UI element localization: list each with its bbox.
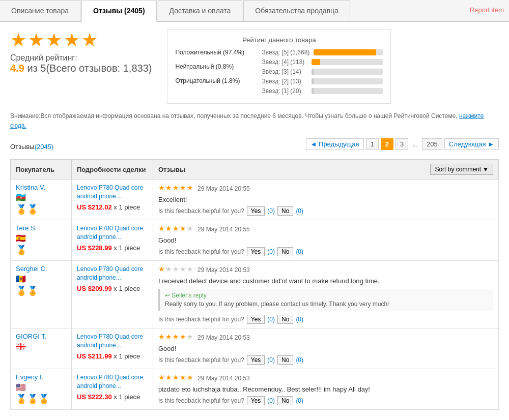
star-5: ★ xyxy=(187,373,193,381)
review-cell: ★★★★★ 29 May 2014 20:53 I received defec… xyxy=(153,261,499,328)
no-count: (0) xyxy=(296,356,303,364)
buyer-flag: 🇲🇩 xyxy=(16,274,66,284)
star-2: ★ xyxy=(165,224,172,232)
product-link[interactable]: Lenovo P780 Quad core android phone... xyxy=(77,225,143,241)
star-1: ★ xyxy=(10,29,26,51)
star-3: ★ xyxy=(46,29,62,51)
yes-count: (0) xyxy=(267,356,275,364)
no-btn[interactable]: No xyxy=(277,355,293,365)
star-4-bar xyxy=(312,59,383,65)
tab-reviews[interactable]: Отзывы (2405) xyxy=(81,0,157,22)
buyer-name[interactable]: Evgeny I. xyxy=(16,373,43,381)
page-dots: ... xyxy=(410,139,420,149)
star-2: ★ xyxy=(165,373,172,381)
review-text: Good! xyxy=(158,236,493,244)
seller-reply-text: Really sorry to you. If any problem, ple… xyxy=(165,301,488,308)
buyer-cell: GIORGI T. 🇬🇪 xyxy=(11,328,72,369)
sort-btn-label: Sort by comment xyxy=(435,166,481,173)
page-last-btn[interactable]: 205 xyxy=(422,138,442,150)
buyer-name[interactable]: GIORGI T. xyxy=(16,333,46,340)
neutral-label: Нейтральный (0.8%) xyxy=(175,63,234,70)
yes-btn[interactable]: Yes xyxy=(247,355,265,365)
no-btn[interactable]: No xyxy=(277,315,293,324)
buyer-name[interactable]: Tere S. xyxy=(16,224,37,232)
main-content: ★ ★ ★ ★ ★ Средний рейтинг: 4.9 из 5(Всег… xyxy=(0,22,509,417)
review-stars-date: ★★★★★ 29 May 2014 20:53 xyxy=(158,265,493,275)
report-item-link[interactable]: Report item xyxy=(470,6,504,14)
table-row: Evgeny I. 🇺🇸 🏅🏅🏅 Lenovo P780 Quad core a… xyxy=(11,369,499,410)
yes-btn[interactable]: Yes xyxy=(247,247,265,256)
avg-value-text: 4.9 из 5(Всего отзывов: 1,833) xyxy=(10,63,152,74)
product-link[interactable]: Lenovo P780 Quad core android phone... xyxy=(77,184,143,200)
star-3: ★ xyxy=(173,224,179,232)
star-1: ★ xyxy=(158,224,165,232)
seller-reply-label: ↩ Seller's reply xyxy=(165,292,488,299)
feedback-line: Is this feedback helpful for you? Yes (0… xyxy=(158,206,493,216)
next-page-btn[interactable]: Следующая ► xyxy=(444,138,499,150)
review-date: 29 May 2014 20:53 xyxy=(197,266,250,274)
col-buyer: Покупатель xyxy=(11,160,72,179)
tab-description[interactable]: Описание товара xyxy=(0,0,80,21)
star-row-1: Звёзд: [1] (20) xyxy=(262,87,383,95)
tab-delivery[interactable]: Доставка и оплата xyxy=(158,0,243,21)
sort-by-comment-btn[interactable]: Sort by comment ▼ xyxy=(430,164,493,175)
no-btn[interactable]: No xyxy=(277,206,293,216)
pagination: ◄ Предыдущая 1 2 3 ... 205 Следующая ► xyxy=(306,138,499,150)
product-price: US $222.30 x 1 piece xyxy=(77,393,148,401)
buyer-name[interactable]: Serghei C. xyxy=(16,265,47,273)
star-1: ★ xyxy=(158,333,165,341)
no-btn[interactable]: No xyxy=(277,396,293,405)
yes-btn[interactable]: Yes xyxy=(247,315,265,324)
negative-label: Отрицательный (1.8%) xyxy=(175,77,240,84)
feedback-line: Is this feedback helpful for you? Yes (0… xyxy=(158,355,493,365)
yes-btn[interactable]: Yes xyxy=(247,206,265,216)
star-3: ★ xyxy=(173,184,179,192)
star-5-label: Звёзд: [5] (1,668) xyxy=(262,49,309,56)
star-1-bar xyxy=(312,88,383,94)
col-reviews: Отзывы Sort by comment ▼ xyxy=(153,160,499,179)
tab-obligations[interactable]: Обязательства продавца xyxy=(243,0,350,21)
review-stars: ★★★★★ xyxy=(158,373,193,381)
no-count: (0) xyxy=(296,248,303,255)
product-price: US $209.99 x 1 piece xyxy=(77,285,148,292)
product-link[interactable]: Lenovo P780 Quad core android phone... xyxy=(77,374,143,389)
product-cell: Lenovo P780 Quad core android phone... U… xyxy=(72,328,153,369)
page-1-btn[interactable]: 1 xyxy=(366,138,379,150)
buyer-cell: Kristina V. 🇦🇿 🏅🏅 xyxy=(11,179,72,220)
review-cell: ★★★★★ 29 May 2014 20:53 Good! Is this fe… xyxy=(153,328,499,369)
star-3-bar xyxy=(312,69,383,75)
buyer-flag: 🇬🇪 xyxy=(16,342,66,351)
star-5-bar xyxy=(314,49,383,55)
buyer-name[interactable]: Kristina V. xyxy=(16,184,45,191)
prev-page-btn[interactable]: ◄ Предыдущая xyxy=(306,138,364,150)
star-2-bar xyxy=(312,78,383,84)
feedback-label: Is this feedback helpful for you? xyxy=(158,356,244,364)
star-row-5: Звёзд: [5] (1,668) xyxy=(262,49,383,56)
star-2: ★ xyxy=(28,29,44,51)
star-2: ★ xyxy=(165,333,172,341)
review-stars: ★★★★★ xyxy=(158,265,193,273)
no-btn[interactable]: No xyxy=(277,247,293,256)
star-5: ★ xyxy=(187,184,193,192)
product-price: US $211.99 x 1 piece xyxy=(77,352,148,360)
product-link[interactable]: Lenovo P780 Quad core android phone... xyxy=(77,265,143,281)
col-reviews-label: Отзывы xyxy=(158,166,185,173)
star-3: ★ xyxy=(173,373,179,381)
buyer-cell: Serghei C. 🇲🇩 🏅🏅 xyxy=(11,261,72,328)
star-row-3: Звёзд: [3] (14) xyxy=(262,68,383,75)
star-3: ★ xyxy=(173,333,179,341)
review-cell: ★★★★★ 29 May 2014 20:55 Excellent! Is th… xyxy=(153,179,499,220)
star-4: ★ xyxy=(180,184,186,192)
star-1: ★ xyxy=(158,373,165,381)
star-4: ★ xyxy=(180,265,186,273)
avg-out-of: из 5(Всего отзывов: 1,833) xyxy=(27,63,152,74)
review-date: 29 May 2014 20:55 xyxy=(197,185,250,192)
page-2-btn[interactable]: 2 xyxy=(381,138,393,150)
product-price: US $212.02 x 1 piece xyxy=(77,203,148,211)
page-3-btn[interactable]: 3 xyxy=(395,138,408,150)
review-text: I received defect device and customer di… xyxy=(158,277,493,285)
buyer-cell: Tere S. 🇪🇸 🏅 xyxy=(11,220,72,261)
review-count: Отзывы(2045) xyxy=(10,143,53,151)
product-link[interactable]: Lenovo P780 Quad core android phone... xyxy=(77,333,143,349)
yes-btn[interactable]: Yes xyxy=(247,396,265,405)
